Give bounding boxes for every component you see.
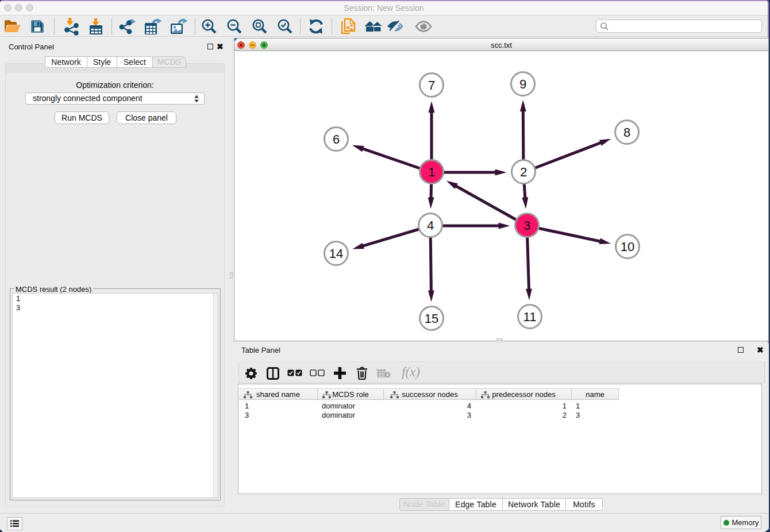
svg-text:4: 4 — [427, 218, 434, 233]
svg-text:7: 7 — [428, 78, 435, 92]
svg-text:8: 8 — [623, 125, 630, 140]
svg-text:11: 11 — [523, 310, 537, 324]
svg-text:2: 2 — [520, 165, 527, 179]
svg-text:10: 10 — [621, 240, 634, 254]
svg-text:15: 15 — [425, 311, 438, 326]
svg-text:3: 3 — [523, 218, 530, 233]
svg-text:9: 9 — [519, 77, 526, 91]
svg-text:14: 14 — [329, 246, 343, 261]
svg-text:6: 6 — [333, 132, 340, 147]
svg-text:1: 1 — [428, 165, 435, 179]
